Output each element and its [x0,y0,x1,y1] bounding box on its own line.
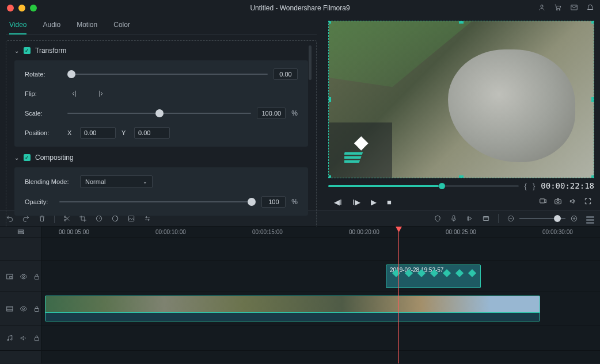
blend-mode-value: Normal [85,178,105,185]
flip-label: Flip: [25,90,62,97]
position-x-value[interactable] [80,127,116,139]
svg-point-2 [559,9,560,10]
snapshot-icon[interactable] [554,197,562,207]
marker-icon[interactable] [434,214,442,223]
tab-color[interactable]: Color [113,21,130,34]
svg-rect-25 [35,276,39,279]
svg-rect-17 [483,217,488,221]
track-header-pip[interactable] [0,261,41,292]
rotate-value[interactable] [274,68,298,80]
notification-icon[interactable] [586,3,594,13]
svg-rect-20 [18,229,23,231]
position-y-value[interactable] [134,127,170,139]
preview-timecode: 00:00:22:18 [541,181,594,190]
inspector-scrollbar[interactable] [309,45,312,80]
video-track-icon [6,305,14,313]
chevron-down-icon: ⌄ [143,179,147,185]
svg-rect-7 [344,160,360,163]
flip-vertical-button[interactable] [92,88,108,99]
screen-record-icon[interactable] [539,197,547,207]
tab-video[interactable]: Video [9,21,26,35]
volume-icon[interactable] [569,197,577,207]
timeline-ruler[interactable]: 00:00:05:00 00:00:10:00 00:00:15:00 00:0… [41,227,600,238]
play-button[interactable]: Ⅰ▶ [352,198,360,206]
zoom-out-icon[interactable] [507,214,515,223]
svg-point-0 [541,5,543,7]
flip-horizontal-button[interactable] [67,88,83,99]
svg-point-29 [7,339,9,340]
audio-mixer-icon[interactable] [466,214,474,223]
transform-checkbox[interactable]: ✓ [24,47,31,54]
account-icon[interactable] [538,3,546,13]
eye-icon[interactable] [20,273,28,281]
lock-icon[interactable] [33,305,41,313]
mark-out-icon[interactable]: } [533,182,535,190]
chevron-down-icon: ⌄ [14,48,19,54]
track-header-audio[interactable] [0,325,41,351]
blend-mode-select[interactable]: Normal ⌄ [80,175,153,188]
lock-icon[interactable] [33,334,41,342]
mail-icon[interactable] [570,3,578,13]
mark-in-icon[interactable]: { [525,182,527,190]
svg-point-24 [22,275,24,277]
clip-pip[interactable]: 2019-02-28 19:52-57 [386,265,481,288]
fullscreen-icon[interactable] [584,197,592,207]
svg-rect-26 [7,306,13,311]
audio-track-icon [6,334,14,342]
compositing-section-toggle[interactable]: ⌄ ✓ Compositing [14,154,308,162]
svg-rect-4 [354,136,369,151]
mute-icon[interactable] [20,334,28,342]
opacity-slider[interactable] [59,198,256,206]
cart-icon[interactable] [554,3,562,13]
timeline-playhead[interactable] [398,227,399,363]
svg-point-27 [22,308,24,309]
svg-rect-23 [10,276,12,278]
scale-slider[interactable] [67,109,251,117]
rotate-label: Rotate: [25,71,62,78]
position-x-label: X [67,129,74,136]
pip-track-icon [6,273,14,281]
preview-scrubber[interactable] [328,185,519,187]
eye-icon[interactable] [20,305,28,313]
zoom-slider[interactable] [519,218,565,219]
stop-button[interactable]: ■ [387,198,392,206]
svg-rect-5 [344,152,363,155]
track-size-icon[interactable] [586,214,594,224]
scale-unit: % [291,109,298,117]
position-y-label: Y [121,129,128,136]
svg-rect-8 [540,198,545,202]
render-icon[interactable] [482,214,490,223]
track-header-video[interactable] [0,292,41,325]
chevron-down-icon: ⌄ [14,155,19,161]
clip-main-video[interactable] [45,296,540,321]
tab-audio[interactable]: Audio [43,21,60,34]
opacity-unit: % [291,198,298,206]
watermark-logo [329,122,392,178]
app-title: Untitled - Wondershare Filmora9 [0,4,600,12]
svg-point-1 [556,9,557,10]
svg-point-10 [557,200,559,202]
position-label: Position: [25,129,62,136]
record-voiceover-icon[interactable] [450,214,458,223]
prev-frame-button[interactable]: ◀Ⅰ [334,198,342,206]
manage-tracks-icon[interactable] [0,227,41,238]
lock-icon[interactable] [33,273,41,281]
scale-value[interactable] [257,108,286,119]
next-frame-button[interactable]: ▶ [371,198,377,206]
compositing-label: Compositing [35,154,74,162]
svg-rect-6 [344,156,362,159]
tab-motion[interactable]: Motion [77,21,97,34]
inspector-tabs: Video Audio Motion Color [6,16,317,35]
svg-rect-28 [35,308,39,311]
svg-rect-21 [18,232,23,233]
scale-label: Scale: [25,110,62,117]
opacity-label: Opacity: [25,198,54,205]
zoom-in-icon[interactable] [570,214,578,223]
compositing-checkbox[interactable]: ✓ [24,154,31,161]
opacity-value[interactable] [261,196,286,208]
rotate-slider[interactable] [67,70,268,78]
blend-label: Blending Mode: [25,178,74,185]
svg-rect-31 [35,338,39,340]
transform-section-toggle[interactable]: ⌄ ✓ Transform [14,47,308,55]
preview-viewport[interactable] [328,21,594,178]
